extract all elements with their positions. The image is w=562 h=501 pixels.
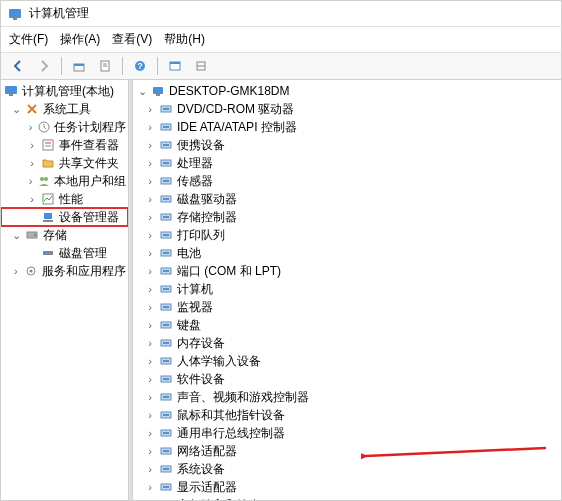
device-category[interactable]: ›人体学输入设备: [135, 352, 559, 370]
device-category[interactable]: ›内存设备: [135, 334, 559, 352]
collapse-icon[interactable]: ⌄: [137, 83, 147, 99]
device-root[interactable]: ⌄ DESKTOP-GMK18DM: [135, 82, 559, 100]
expand-icon[interactable]: ›: [27, 191, 37, 207]
expand-icon[interactable]: ›: [145, 263, 155, 279]
folder-share-icon: [40, 155, 56, 171]
tree-task-scheduler[interactable]: › 任务计划程序: [1, 118, 128, 136]
tree-shared-folders[interactable]: › 共享文件夹: [1, 154, 128, 172]
tree-label: 处理器: [177, 155, 213, 171]
expand-icon[interactable]: ›: [145, 119, 155, 135]
expand-icon[interactable]: ›: [145, 425, 155, 441]
users-icon: [37, 173, 51, 189]
tree-label: 网络适配器: [177, 443, 237, 459]
expand-icon[interactable]: ›: [145, 335, 155, 351]
left-tree-pane[interactable]: 计算机管理(本地) ⌄ 系统工具 › 任务计划程序 › 事件查看器 › 共享文件…: [1, 80, 129, 500]
device-category[interactable]: ›打印队列: [135, 226, 559, 244]
separator: [157, 57, 158, 75]
event-icon: [40, 137, 56, 153]
tree-services-apps[interactable]: › 服务和应用程序: [1, 262, 128, 280]
expand-icon[interactable]: ›: [145, 353, 155, 369]
device-category[interactable]: ›磁盘驱动器: [135, 190, 559, 208]
menu-action[interactable]: 操作(A): [60, 31, 100, 48]
menu-file[interactable]: 文件(F): [9, 31, 48, 48]
device-category[interactable]: ›通用串行总线控制器: [135, 424, 559, 442]
expand-icon[interactable]: ›: [145, 371, 155, 387]
expand-icon[interactable]: ›: [145, 389, 155, 405]
expand-icon[interactable]: ›: [145, 497, 155, 500]
forward-button[interactable]: [33, 56, 55, 76]
expand-icon[interactable]: ›: [145, 443, 155, 459]
up-button[interactable]: [68, 56, 90, 76]
expand-icon[interactable]: ›: [145, 245, 155, 261]
expand-icon[interactable]: ›: [145, 461, 155, 477]
tree-local-users[interactable]: › 本地用户和组: [1, 172, 128, 190]
expand-icon[interactable]: ›: [145, 173, 155, 189]
expand-icon[interactable]: ›: [27, 137, 37, 153]
expand-icon[interactable]: ›: [145, 317, 155, 333]
tree-label: 打印队列: [177, 227, 225, 243]
separator: [122, 57, 123, 75]
expand-icon[interactable]: ›: [27, 155, 37, 171]
expand-icon[interactable]: ›: [145, 101, 155, 117]
tree-device-manager[interactable]: 设备管理器: [1, 208, 128, 226]
device-category[interactable]: ›存储控制器: [135, 208, 559, 226]
expand-icon[interactable]: ›: [145, 281, 155, 297]
device-category[interactable]: ›声音、视频和游戏控制器: [135, 388, 559, 406]
collapse-icon[interactable]: ⌄: [11, 227, 21, 243]
tree-disk-mgmt[interactable]: 磁盘管理: [1, 244, 128, 262]
device-category[interactable]: ›计算机: [135, 280, 559, 298]
properties-button[interactable]: [94, 56, 116, 76]
device-category[interactable]: ›键盘: [135, 316, 559, 334]
device-category[interactable]: ›系统设备: [135, 460, 559, 478]
menu-help[interactable]: 帮助(H): [164, 31, 205, 48]
svg-point-19: [40, 177, 44, 181]
tree-label: 音频输入和输出: [177, 497, 261, 500]
device-category[interactable]: ›显示适配器: [135, 478, 559, 496]
refresh-button[interactable]: [164, 56, 186, 76]
expand-icon[interactable]: ›: [145, 209, 155, 225]
expand-icon[interactable]: ›: [145, 407, 155, 423]
device-category[interactable]: ›传感器: [135, 172, 559, 190]
device-category-icon: [158, 353, 174, 369]
device-category[interactable]: ›DVD/CD-ROM 驱动器: [135, 100, 559, 118]
menubar: 文件(F) 操作(A) 查看(V) 帮助(H): [1, 27, 561, 53]
expand-icon[interactable]: ›: [145, 191, 155, 207]
device-category[interactable]: ›音频输入和输出: [135, 496, 559, 500]
collapse-icon[interactable]: ⌄: [11, 101, 21, 117]
tree-label: 键盘: [177, 317, 201, 333]
tree-label: 显示适配器: [177, 479, 237, 495]
right-tree-pane[interactable]: ⌄ DESKTOP-GMK18DM ›DVD/CD-ROM 驱动器›IDE AT…: [132, 80, 561, 500]
device-category[interactable]: ›网络适配器: [135, 442, 559, 460]
back-button[interactable]: [7, 56, 29, 76]
tree-storage[interactable]: ⌄ 存储: [1, 226, 128, 244]
window-title: 计算机管理: [29, 5, 89, 22]
device-category[interactable]: ›鼠标和其他指针设备: [135, 406, 559, 424]
menu-view[interactable]: 查看(V): [112, 31, 152, 48]
svg-rect-33: [163, 108, 169, 110]
device-category[interactable]: ›处理器: [135, 154, 559, 172]
expand-icon[interactable]: ›: [145, 227, 155, 243]
device-category[interactable]: ›便携设备: [135, 136, 559, 154]
expand-icon[interactable]: ›: [27, 173, 34, 189]
tree-system-tools[interactable]: ⌄ 系统工具: [1, 100, 128, 118]
expand-icon[interactable]: ›: [27, 119, 34, 135]
device-category[interactable]: ›端口 (COM 和 LPT): [135, 262, 559, 280]
tree-performance[interactable]: › 性能: [1, 190, 128, 208]
svg-point-25: [34, 234, 36, 236]
tree-label: 系统设备: [177, 461, 225, 477]
device-category-icon: [158, 461, 174, 477]
device-category[interactable]: ›电池: [135, 244, 559, 262]
expand-icon[interactable]: ›: [145, 479, 155, 495]
scan-button[interactable]: [190, 56, 212, 76]
tree-root-computer-management[interactable]: 计算机管理(本地): [1, 82, 128, 100]
device-category[interactable]: ›IDE ATA/ATAPI 控制器: [135, 118, 559, 136]
tree-event-viewer[interactable]: › 事件查看器: [1, 136, 128, 154]
expand-icon[interactable]: ›: [145, 299, 155, 315]
expand-icon[interactable]: ›: [145, 155, 155, 171]
expand-icon[interactable]: ›: [145, 137, 155, 153]
svg-rect-16: [43, 140, 53, 150]
help-button[interactable]: ?: [129, 56, 151, 76]
device-category[interactable]: ›监视器: [135, 298, 559, 316]
device-category[interactable]: ›软件设备: [135, 370, 559, 388]
expand-icon[interactable]: ›: [11, 263, 21, 279]
